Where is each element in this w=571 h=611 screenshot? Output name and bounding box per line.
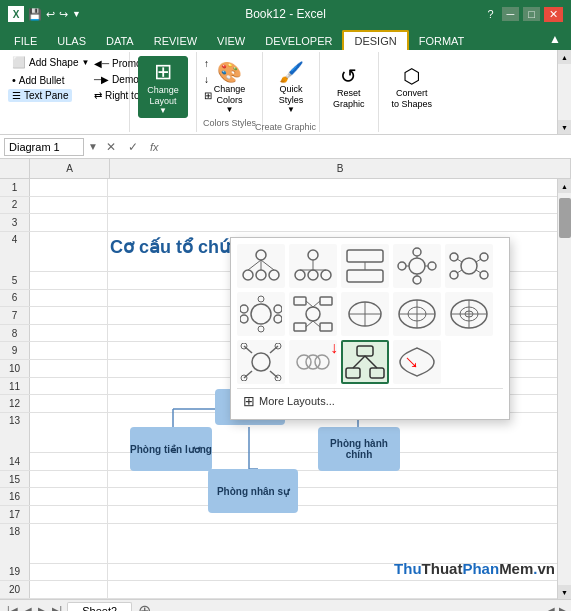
gallery-item-4[interactable] xyxy=(393,244,441,288)
move-down-button[interactable]: ↓ xyxy=(200,72,216,87)
tab-scroll-right[interactable]: ▶ xyxy=(559,605,567,611)
gallery-item-7[interactable] xyxy=(289,292,337,336)
formula-expand-icon[interactable]: ▼ xyxy=(88,141,98,152)
cell-a11[interactable] xyxy=(30,378,108,395)
cell-b20[interactable] xyxy=(108,581,571,598)
cell-a8[interactable] xyxy=(30,325,108,342)
cell-a12[interactable] xyxy=(30,395,108,412)
more-layouts-button[interactable]: ⊞ More Layouts... xyxy=(237,388,503,413)
gallery-item-9[interactable] xyxy=(393,292,441,336)
tab-data[interactable]: DATA xyxy=(96,32,144,50)
gallery-item-2[interactable] xyxy=(289,244,337,288)
gallery-item-13[interactable] xyxy=(341,340,389,384)
colors-dropdown-arrow[interactable]: ▼ xyxy=(226,105,234,114)
col-header-a[interactable]: A xyxy=(30,159,110,178)
text-pane-button[interactable]: ☰ Text Pane xyxy=(8,89,72,102)
cell-a14[interactable] xyxy=(30,453,108,470)
layout-button[interactable]: ⊞ xyxy=(200,88,216,103)
minimize-button[interactable]: ─ xyxy=(502,7,520,21)
gallery-item-1[interactable] xyxy=(237,244,285,288)
cancel-entry-icon[interactable]: ✕ xyxy=(102,140,120,154)
add-shape-button[interactable]: ⬜ Add Shape ▼ xyxy=(8,54,93,71)
cell-a18[interactable] xyxy=(30,524,108,564)
tab-ulas[interactable]: ULAS xyxy=(47,32,96,50)
svg-point-42 xyxy=(240,315,248,323)
cell-b14[interactable] xyxy=(108,453,571,470)
ribbon-collapse-icon[interactable]: ▲ xyxy=(543,28,567,50)
gallery-item-11[interactable] xyxy=(237,340,285,384)
quick-access-save[interactable]: 💾 xyxy=(28,8,42,21)
cell-a6[interactable] xyxy=(30,290,108,307)
gallery-item-3[interactable] xyxy=(341,244,389,288)
insert-function-icon[interactable]: fx xyxy=(146,141,163,153)
cell-b15[interactable] xyxy=(108,471,571,488)
ribbon-scroll-down[interactable]: ▼ xyxy=(558,120,571,134)
add-shape-dropdown[interactable]: ▼ xyxy=(82,58,90,67)
cell-b17[interactable] xyxy=(108,506,571,523)
tab-design[interactable]: DESIGN xyxy=(342,30,408,50)
scroll-thumb[interactable] xyxy=(559,198,571,238)
tab-file[interactable]: FILE xyxy=(4,32,47,50)
styles-dropdown-arrow[interactable]: ▼ xyxy=(287,105,295,114)
nav-prev-tab[interactable]: ◀ xyxy=(21,603,35,611)
gallery-item-10[interactable] xyxy=(445,292,493,336)
cell-a15[interactable] xyxy=(30,471,108,488)
nav-last-tab[interactable]: ▶| xyxy=(49,603,66,611)
scroll-up-arrow[interactable]: ▲ xyxy=(558,179,571,193)
sheet-tab-sheet2[interactable]: Sheet2 xyxy=(67,602,132,611)
change-layout-dropdown-arrow[interactable]: ▼ xyxy=(159,106,167,115)
convert-to-shapes-button[interactable]: ⬡ Convertto Shapes xyxy=(385,56,440,118)
cell-a1[interactable] xyxy=(30,179,108,196)
tab-scroll-left[interactable]: ◀ xyxy=(547,605,555,611)
qat-dropdown[interactable]: ▼ xyxy=(72,9,81,19)
gallery-item-5[interactable] xyxy=(445,244,493,288)
cell-a7[interactable] xyxy=(30,307,108,324)
reset-graphic-button[interactable]: ↺ ResetGraphic xyxy=(326,56,372,118)
move-up-button[interactable]: ↑ xyxy=(200,56,216,71)
gallery-item-12[interactable]: ↓ xyxy=(289,340,337,384)
cell-a13[interactable] xyxy=(30,413,108,453)
cell-a5[interactable] xyxy=(30,272,108,289)
cell-a9[interactable] xyxy=(30,342,108,359)
add-bullet-button[interactable]: • Add Bullet xyxy=(8,72,68,88)
close-button[interactable]: ✕ xyxy=(544,7,563,22)
gallery-item-8[interactable] xyxy=(341,292,389,336)
tab-review[interactable]: REVIEW xyxy=(144,32,207,50)
svg-point-22 xyxy=(409,258,425,274)
tab-developer[interactable]: DEVELOPER xyxy=(255,32,342,50)
formula-input[interactable] xyxy=(166,141,567,153)
quick-access-undo[interactable]: ↩ xyxy=(46,8,55,21)
tab-view[interactable]: VIEW xyxy=(207,32,255,50)
cell-b2[interactable] xyxy=(108,197,571,214)
tab-format[interactable]: FORMAT xyxy=(409,32,475,50)
cell-b18[interactable] xyxy=(108,524,571,564)
nav-next-tab[interactable]: ▶ xyxy=(35,603,49,611)
maximize-button[interactable]: □ xyxy=(523,7,540,21)
quick-styles-button[interactable]: 🖌️ QuickStyles ▼ xyxy=(269,56,313,118)
add-sheet-button[interactable]: ⊕ xyxy=(132,601,157,611)
cell-a20[interactable] xyxy=(30,581,108,598)
cell-a16[interactable] xyxy=(30,488,108,505)
col-header-b[interactable]: B xyxy=(110,159,571,178)
scroll-down-arrow[interactable]: ▼ xyxy=(558,585,571,599)
quick-access-redo[interactable]: ↪ xyxy=(59,8,68,21)
create-graphic-content: ⬜ Add Shape ▼ • Add Bullet ☰ Text Pane xyxy=(8,54,93,130)
name-box[interactable] xyxy=(4,138,84,156)
cell-a10[interactable] xyxy=(30,360,108,377)
cell-b3[interactable] xyxy=(108,214,571,231)
cell-a17[interactable] xyxy=(30,506,108,523)
ribbon-scroll-up[interactable]: ▲ xyxy=(558,50,571,64)
nav-first-tab[interactable]: |◀ xyxy=(4,603,21,611)
cell-a3[interactable] xyxy=(30,214,108,231)
cell-a4[interactable] xyxy=(30,232,108,272)
confirm-entry-icon[interactable]: ✓ xyxy=(124,140,142,154)
cell-a2[interactable] xyxy=(30,197,108,214)
cell-a19[interactable] xyxy=(30,564,108,581)
svg-point-33 xyxy=(480,253,488,261)
cell-b1[interactable] xyxy=(108,179,571,196)
svg-point-26 xyxy=(413,276,421,284)
help-button[interactable]: ? xyxy=(487,8,493,20)
cell-b16[interactable] xyxy=(108,488,571,505)
gallery-item-6[interactable] xyxy=(237,292,285,336)
change-layout-button[interactable]: ⊞ ChangeLayout ▼ xyxy=(138,56,188,118)
